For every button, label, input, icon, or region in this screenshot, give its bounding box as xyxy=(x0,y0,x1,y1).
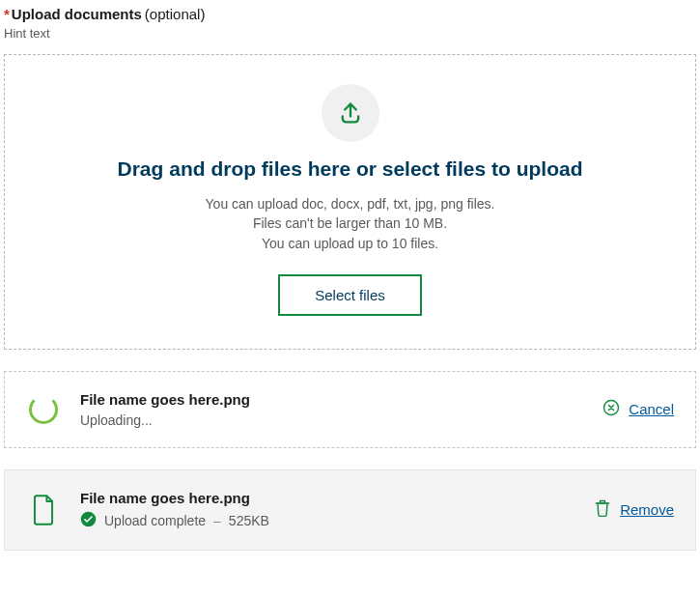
field-label: *Upload documents(optional) xyxy=(4,6,205,22)
file-name: File name goes here.png xyxy=(80,490,574,506)
upload-status: Uploading... xyxy=(80,412,153,428)
trash-icon xyxy=(593,497,612,523)
helper-line-2: Files can't be larger than 10 MB. xyxy=(24,213,676,233)
checkmark-icon xyxy=(80,511,97,530)
dropzone-heading: Drag and drop files here or select files… xyxy=(24,157,676,181)
cancel-icon xyxy=(602,398,621,421)
file-name: File name goes here.png xyxy=(80,391,582,408)
upload-status: Upload complete xyxy=(104,513,206,528)
optional-suffix: (optional) xyxy=(145,6,206,22)
required-asterisk: * xyxy=(4,6,10,22)
file-card-complete: File name goes here.png Upload complete … xyxy=(4,469,696,551)
dropzone-helper: You can upload doc, docx, pdf, txt, jpg,… xyxy=(24,194,676,253)
hint-text: Hint text xyxy=(4,26,696,41)
upload-icon xyxy=(322,84,379,142)
cancel-link[interactable]: Cancel xyxy=(629,401,674,417)
file-card-uploading: File name goes here.png Uploading... Can… xyxy=(4,371,696,448)
separator: – xyxy=(213,513,221,528)
helper-line-1: You can upload doc, docx, pdf, txt, jpg,… xyxy=(24,194,676,213)
select-files-button[interactable]: Select files xyxy=(278,274,422,316)
file-size: 525KB xyxy=(229,513,269,528)
remove-link[interactable]: Remove xyxy=(620,501,674,518)
file-icon xyxy=(26,494,61,526)
field-label-text: Upload documents xyxy=(12,6,142,22)
helper-line-3: You can upload up to 10 files. xyxy=(24,234,676,253)
dropzone[interactable]: Drag and drop files here or select files… xyxy=(4,54,696,350)
field-header: *Upload documents(optional) Hint text xyxy=(4,6,696,41)
spinner-icon xyxy=(26,395,61,424)
